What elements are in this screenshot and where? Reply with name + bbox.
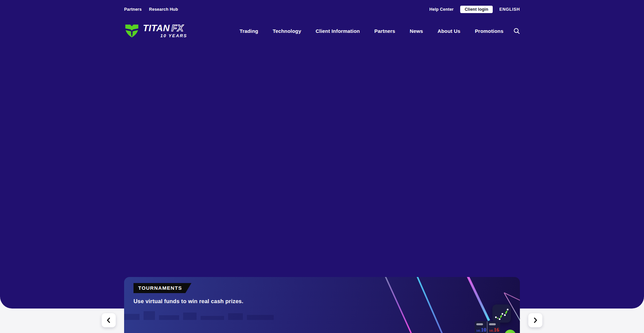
line-chart-icon bbox=[492, 304, 511, 323]
nav-item-promotions[interactable]: Promotions bbox=[475, 28, 503, 34]
ask-price-tile: 141.16 bbox=[487, 321, 500, 333]
logo-text: TITAN FX 10 YEARS bbox=[143, 24, 187, 38]
ask-price-prefix: 141. bbox=[489, 329, 494, 332]
ask-price-value: 16 bbox=[494, 327, 499, 333]
nav-item-about-us[interactable]: About Us bbox=[437, 28, 460, 34]
client-login-button[interactable]: Client login bbox=[460, 6, 492, 13]
chevron-left-icon bbox=[105, 317, 112, 324]
bid-price-prefix: 141. bbox=[476, 329, 481, 332]
topbar-link-research-hub[interactable]: Research Hub bbox=[149, 7, 178, 12]
logo-fx-text: FX bbox=[171, 24, 184, 33]
nav-item-news[interactable]: News bbox=[410, 28, 423, 34]
topbar-link-help-center[interactable]: Help Center bbox=[429, 7, 453, 12]
topbar-link-partners[interactable]: Partners bbox=[124, 7, 142, 12]
search-icon bbox=[514, 28, 520, 34]
slide-subtitle: Use virtual funds to win real cash prize… bbox=[133, 298, 244, 304]
tournaments-carousel-slide[interactable]: TOURNAMENTS Use virtual funds to win rea… bbox=[124, 277, 520, 333]
tournaments-badge: TOURNAMENTS bbox=[133, 283, 192, 293]
search-button[interactable] bbox=[514, 28, 520, 34]
hero-section: Partners Research Hub Help Center Client… bbox=[0, 0, 644, 309]
top-utility-bar: Partners Research Hub Help Center Client… bbox=[124, 0, 520, 13]
nav-item-partners[interactable]: Partners bbox=[374, 28, 395, 34]
logo-tagline: 10 YEARS bbox=[160, 33, 187, 38]
chevron-right-icon bbox=[532, 317, 539, 324]
carousel-next-button[interactable] bbox=[528, 313, 542, 327]
bid-price-value: 10 bbox=[481, 327, 486, 333]
nav-item-trading[interactable]: Trading bbox=[239, 28, 258, 34]
shield-logo-icon bbox=[124, 22, 140, 40]
carousel-prev-button[interactable] bbox=[102, 313, 116, 327]
main-header: TITAN FX 10 YEARS Trading Technology Cli… bbox=[124, 21, 520, 40]
titanfx-logo[interactable]: TITAN FX 10 YEARS bbox=[124, 22, 187, 40]
nav-item-technology[interactable]: Technology bbox=[273, 28, 301, 34]
bid-price-tile: 141.10 bbox=[475, 321, 487, 333]
bid-ask-price-widget: 141.10 141.16 bbox=[475, 321, 500, 333]
language-selector[interactable]: ENGLISH bbox=[499, 7, 520, 12]
nav-item-client-information[interactable]: Client Information bbox=[316, 28, 360, 34]
city-skyline-decoration bbox=[124, 310, 285, 321]
tile-handle-decoration bbox=[476, 323, 483, 325]
main-navigation: Trading Technology Client Information Pa… bbox=[225, 28, 520, 34]
tile-handle-decoration bbox=[489, 323, 496, 325]
logo-brand-text: TITAN bbox=[143, 24, 170, 33]
